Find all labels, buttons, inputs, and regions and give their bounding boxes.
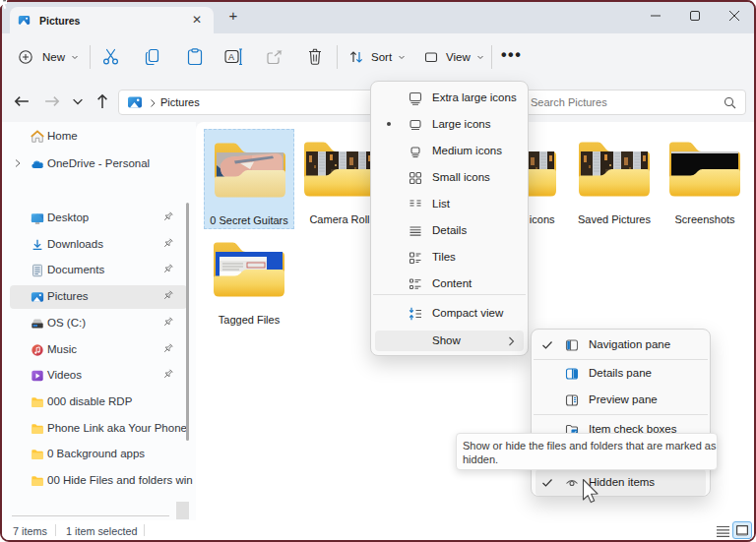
svg-text:A: A: [228, 52, 234, 62]
